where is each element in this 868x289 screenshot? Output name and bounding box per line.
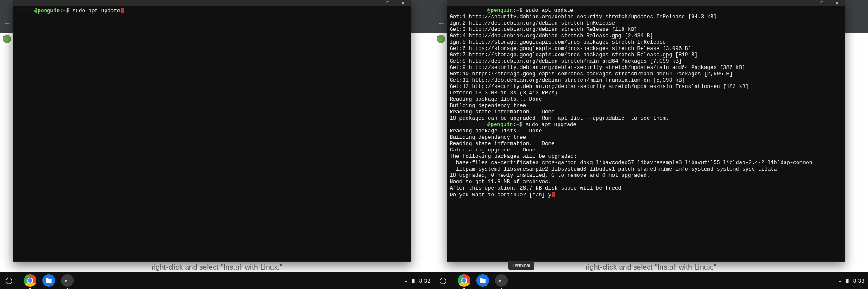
battery-icon <box>846 277 849 284</box>
shelf-app-files[interactable] <box>476 274 489 287</box>
system-tray[interactable]: 8:33 <box>839 277 865 284</box>
shelf-app-chrome[interactable] <box>24 274 36 287</box>
terminal-body[interactable]: @penguin:~$ sudo apt update <box>13 6 411 261</box>
terminal-titlebar[interactable] <box>13 0 411 6</box>
terminal-line: After this operation, 28.7 kB disk space… <box>450 185 842 192</box>
cursor-block-icon <box>121 8 124 13</box>
shelf-app-terminal[interactable] <box>61 274 74 287</box>
terminal-line: Get:6 https://storage.googleapis.com/cro… <box>450 46 842 52</box>
terminal-line: Fetched 13.3 MB in 3s (3,412 kB/s) <box>450 90 842 96</box>
terminal-line: 18 packages can be upgraded. Run 'apt li… <box>450 116 842 122</box>
prompt-host: @penguin <box>487 8 513 14</box>
clock: 8:33 <box>853 278 865 284</box>
prompt-host: @penguin <box>487 122 513 128</box>
prompt-path: ~ <box>516 122 520 128</box>
launcher-button[interactable]: ◯ <box>3 275 14 286</box>
terminal-line: Reading package lists... Done <box>450 96 842 103</box>
prompt-path: ~ <box>63 8 67 14</box>
screenshot-left: ← ⋮ right-click and select "Install with… <box>0 0 434 289</box>
redacted-username <box>16 8 34 13</box>
clock: 8:32 <box>419 278 431 284</box>
cursor-block-icon <box>552 192 555 197</box>
terminal-line: @penguin:~$ sudo apt update <box>450 8 842 14</box>
page-hint-text: right-click and select "Install with Lin… <box>0 263 434 272</box>
redacted-username <box>469 122 487 127</box>
terminal-line: Ign:2 http://deb.debian.org/debian stret… <box>450 20 842 27</box>
terminal-line: Reading state information... Done <box>450 141 842 147</box>
shelf-app-files[interactable] <box>42 274 55 287</box>
terminal-prompt-line: @penguin:~$ sudo apt update <box>16 8 408 14</box>
prompt-dollar: $ <box>66 8 70 14</box>
terminal-line: Building dependency tree <box>450 135 842 141</box>
terminal-line: Do you want to continue? [Y/n] y <box>450 192 842 198</box>
terminal-line: Get:3 http://deb.debian.org/debian stret… <box>450 27 842 33</box>
battery-icon <box>412 277 415 284</box>
shelf-app-terminal[interactable] <box>495 274 508 287</box>
terminal-line: Get:1 http://security.debian.org/debian-… <box>450 14 842 20</box>
window-minimize-button[interactable] <box>799 0 814 6</box>
terminal-window[interactable]: @penguin:~$ sudo apt update <box>13 0 411 262</box>
shelf: ◯ 8:32 <box>0 272 434 289</box>
terminal-line: Ign:5 https://storage.googleapis.com/cro… <box>450 39 842 46</box>
window-close-button[interactable] <box>395 0 411 6</box>
wifi-icon <box>839 278 841 284</box>
page-hint-text: right-click and select "Install with Lin… <box>434 263 868 272</box>
screenshot-right: ← ⋮ right-click and select "Install with… <box>434 0 868 289</box>
browser-menu-icon[interactable]: ⋮ <box>422 19 431 30</box>
shelf: ◯ 8:33 <box>434 272 868 289</box>
terminal-line: Building dependency tree <box>450 103 842 109</box>
window-maximize-button[interactable] <box>814 0 829 6</box>
terminal-line: Reading state information... Done <box>450 109 842 116</box>
terminal-line: 18 upgraded, 0 newly installed, 0 to rem… <box>450 173 842 179</box>
terminal-body[interactable]: @penguin:~$ sudo apt updateGet:1 http://… <box>447 6 845 261</box>
system-tray[interactable]: 8:32 <box>405 277 431 284</box>
terminal-titlebar[interactable] <box>447 0 845 6</box>
nav-back-icon[interactable]: ← <box>3 19 11 27</box>
terminal-line: Reading package lists... Done <box>450 128 842 135</box>
window-close-button[interactable] <box>829 0 845 6</box>
terminal-line: The following packages will be upgraded: <box>450 154 842 160</box>
terminal-line: Get:4 http://deb.debian.org/debian stret… <box>450 33 842 39</box>
typed-command: sudo apt upgrade <box>526 122 576 128</box>
terminal-window[interactable]: @penguin:~$ sudo apt updateGet:1 http://… <box>447 0 845 262</box>
launcher-button[interactable]: ◯ <box>437 275 448 286</box>
prompt-dollar: $ <box>519 8 523 14</box>
terminal-line: Get:11 http://deb.debian.org/debian stre… <box>450 77 842 84</box>
terminal-line: base-files ca-certificates cros-garcon d… <box>450 160 842 166</box>
window-maximize-button[interactable] <box>380 0 395 6</box>
terminal-line: Calculating upgrade... Done <box>450 147 842 154</box>
typed-command: sudo apt update <box>526 8 573 14</box>
shelf-apps <box>24 274 74 287</box>
terminal-line: Get:12 http://security.debian.org/debian… <box>450 84 842 90</box>
prompt-dollar: $ <box>519 122 523 128</box>
terminal-line: Get:10 https://storage.googleapis.com/cr… <box>450 71 842 77</box>
terminal-line: @penguin:~$ sudo apt upgrade <box>450 122 842 128</box>
prompt-path: ~ <box>516 8 520 14</box>
browser-menu-icon[interactable]: ⋮ <box>856 19 865 30</box>
typed-command: sudo apt update <box>72 8 120 14</box>
redacted-username <box>469 8 487 13</box>
prompt-host: @penguin <box>34 8 60 14</box>
shelf-apps <box>458 274 508 287</box>
terminal-line: Get:7 https://storage.googleapis.com/cro… <box>450 52 842 58</box>
page-avatar-icon <box>437 35 445 43</box>
terminal-line: Get:8 http://deb.debian.org/debian stret… <box>450 58 842 65</box>
nav-back-icon[interactable]: ← <box>437 19 445 27</box>
terminal-line: Need to get 11.8 MB of archives. <box>450 179 842 185</box>
page-avatar-icon <box>3 35 11 43</box>
terminal-line: Get:9 http://security.debian.org/debian-… <box>450 65 842 71</box>
wifi-icon <box>405 278 407 284</box>
shelf-app-chrome[interactable] <box>458 274 470 287</box>
window-minimize-button[interactable] <box>365 0 380 6</box>
terminal-line: libpam-systemd libswresample2 libsystemd… <box>450 166 842 173</box>
